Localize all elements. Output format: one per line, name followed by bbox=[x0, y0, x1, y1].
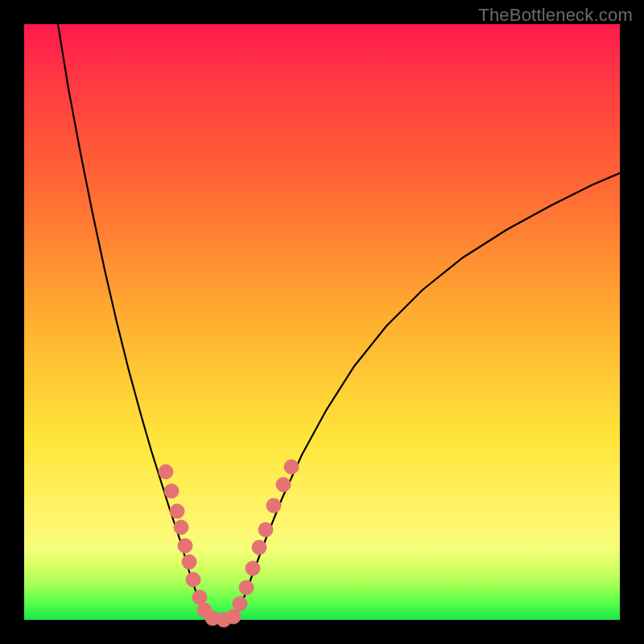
marker-dot bbox=[233, 597, 247, 611]
marker-dot bbox=[276, 477, 291, 492]
marker-dot bbox=[178, 539, 192, 553]
watermark-text: TheBottleneck.com bbox=[478, 5, 633, 26]
marker-dot bbox=[239, 580, 254, 595]
marker-group bbox=[159, 460, 299, 627]
marker-dot bbox=[159, 464, 173, 479]
marker-dot bbox=[258, 522, 273, 537]
plot-overlay bbox=[24, 24, 620, 620]
marker-dot bbox=[266, 498, 281, 513]
marker-dot bbox=[164, 484, 179, 498]
marker-dot bbox=[174, 520, 188, 535]
curve-right-branch bbox=[233, 173, 620, 620]
marker-dot bbox=[192, 590, 207, 605]
chart-stage: TheBottleneck.com bbox=[0, 0, 644, 644]
marker-dot bbox=[284, 460, 299, 474]
marker-dot bbox=[182, 555, 196, 569]
marker-dot bbox=[186, 572, 200, 587]
marker-dot bbox=[170, 504, 184, 518]
marker-dot bbox=[252, 540, 266, 555]
marker-dot bbox=[246, 561, 260, 576]
marker-dot bbox=[226, 609, 241, 624]
